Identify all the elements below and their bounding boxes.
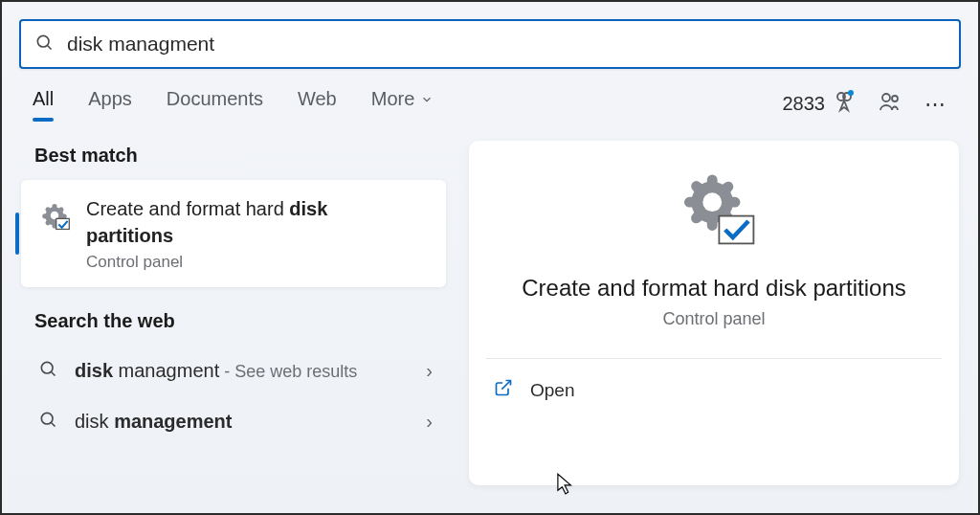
action-open-label: Open	[530, 380, 574, 401]
more-options-icon[interactable]: ⋯	[924, 92, 947, 117]
svg-point-4	[848, 90, 854, 96]
search-icon	[38, 359, 57, 383]
best-match-result[interactable]: Create and format hard disk partitions C…	[21, 180, 446, 287]
tab-documents[interactable]: Documents	[167, 88, 263, 120]
search-web-heading: Search the web	[21, 306, 450, 346]
tab-more-label: More	[371, 88, 415, 110]
chevron-right-icon: ›	[426, 411, 433, 433]
tab-all[interactable]: All	[33, 88, 54, 120]
tab-apps[interactable]: Apps	[88, 88, 132, 120]
svg-line-12	[52, 423, 56, 427]
preview-panel: Create and format hard disk partitions C…	[469, 141, 959, 485]
search-bar[interactable]	[19, 19, 961, 69]
search-icon	[34, 33, 54, 56]
web-result-2[interactable]: disk management ›	[27, 396, 444, 447]
filter-tabs-row: All Apps Documents Web More 2833	[19, 69, 961, 120]
search-input[interactable]	[67, 33, 946, 56]
gear-check-icon-large	[671, 169, 757, 254]
svg-point-9	[41, 362, 53, 373]
open-external-icon	[494, 378, 513, 402]
rewards-points[interactable]: 2833	[783, 90, 857, 118]
rewards-points-value: 2833	[783, 93, 826, 115]
tab-web[interactable]: Web	[298, 88, 337, 120]
svg-point-5	[882, 94, 890, 101]
preview-subtitle: Control panel	[490, 309, 938, 329]
chevron-down-icon	[420, 93, 434, 106]
svg-line-1	[48, 46, 52, 50]
preview-title: Create and format hard disk partitions	[490, 275, 938, 302]
svg-line-10	[52, 372, 56, 376]
gear-check-icon	[38, 199, 71, 232]
action-open[interactable]: Open	[490, 359, 938, 402]
svg-rect-14	[719, 216, 753, 244]
web-result-1-text: disk managment - See web results	[75, 360, 357, 382]
web-result-1[interactable]: disk managment - See web results ›	[27, 346, 444, 396]
svg-point-11	[41, 413, 53, 424]
web-result-2-text: disk management	[75, 411, 233, 433]
best-match-subtitle: Control panel	[86, 253, 327, 272]
best-match-heading: Best match	[21, 141, 450, 180]
best-match-title: Create and format hard disk partitions	[86, 195, 327, 249]
svg-point-13	[702, 192, 722, 212]
chevron-right-icon: ›	[426, 360, 433, 382]
tab-more[interactable]: More	[371, 88, 434, 120]
svg-point-0	[37, 35, 49, 47]
search-icon	[38, 410, 57, 434]
rewards-icon	[833, 90, 856, 118]
svg-point-6	[892, 96, 898, 101]
people-icon[interactable]	[879, 90, 902, 118]
